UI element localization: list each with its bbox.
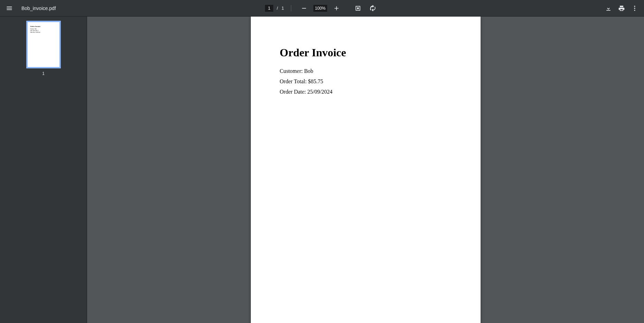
page-separator: /: [277, 6, 278, 11]
content-area: Order Invoice Customer: Bob Order Total:…: [0, 17, 644, 323]
order-date-line: Order Date: 25/09/2024: [280, 89, 452, 95]
pdf-page: Order Invoice Customer: Bob Order Total:…: [251, 17, 481, 323]
pdf-toolbar: Bob_invoice.pdf / 1 100%: [0, 0, 644, 17]
toolbar-right: [379, 2, 641, 14]
thumbnail-item[interactable]: Order Invoice Customer: Bob Order Total:…: [26, 21, 61, 76]
rotate-icon[interactable]: [367, 2, 379, 14]
page-total: 1: [282, 6, 284, 11]
more-icon[interactable]: [629, 2, 641, 14]
menu-icon[interactable]: [3, 2, 15, 14]
document-viewport[interactable]: Order Invoice Customer: Bob Order Total:…: [87, 17, 644, 323]
page-number-input[interactable]: [265, 5, 273, 12]
print-icon[interactable]: [616, 2, 627, 14]
order-total-line: Order Total: $85.75: [280, 78, 452, 85]
fit-to-page-icon[interactable]: [352, 2, 364, 14]
thumb-line: Order Date: 25/09/2024: [30, 32, 57, 34]
toolbar-left: Bob_invoice.pdf: [3, 2, 265, 14]
toolbar-center: / 1 100%: [265, 2, 379, 14]
zoom-level[interactable]: 100%: [313, 5, 327, 12]
download-icon[interactable]: [603, 2, 614, 14]
thumb-title: Order Invoice: [30, 26, 57, 27]
zoom-out-icon[interactable]: [298, 2, 310, 14]
thumbnail-page-number: 1: [42, 71, 45, 76]
separator: [291, 5, 291, 11]
zoom-in-icon[interactable]: [331, 2, 342, 14]
thumbnail-sidebar: Order Invoice Customer: Bob Order Total:…: [0, 17, 87, 323]
file-name: Bob_invoice.pdf: [21, 6, 56, 11]
page-thumbnail[interactable]: Order Invoice Customer: Bob Order Total:…: [26, 21, 61, 68]
customer-line: Customer: Bob: [280, 68, 452, 74]
document-title: Order Invoice: [280, 46, 452, 59]
